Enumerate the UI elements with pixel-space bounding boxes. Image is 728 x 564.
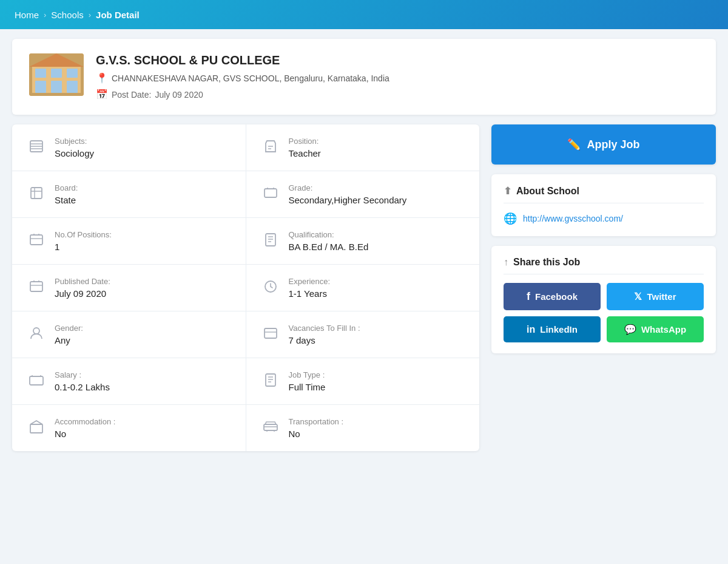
facebook-label: Facebook bbox=[535, 291, 578, 302]
svg-rect-17 bbox=[265, 328, 277, 338]
detail-cell-left: Board: State bbox=[12, 171, 246, 217]
detail-value-left: July 09 2020 bbox=[55, 288, 110, 299]
facebook-icon: f bbox=[527, 290, 530, 303]
detail-icon-left bbox=[27, 324, 46, 343]
detail-icon-right bbox=[261, 417, 280, 437]
detail-icon-right bbox=[261, 137, 280, 156]
nav-sep-1: › bbox=[44, 10, 46, 19]
detail-icon-left bbox=[27, 230, 46, 250]
detail-icon-right bbox=[261, 277, 280, 296]
detail-row: Accommodation : No Transportation : No bbox=[12, 405, 479, 451]
detail-label-left: Subjects: bbox=[55, 137, 94, 146]
detail-value-left: Any bbox=[55, 335, 83, 345]
detail-content-right: Vacancies To Fill In : 7 days bbox=[289, 324, 360, 345]
share-facebook-button[interactable]: f Facebook bbox=[504, 283, 601, 310]
detail-value-right: Full Time bbox=[289, 382, 326, 392]
detail-icon-right bbox=[261, 324, 280, 343]
detail-value-right: 1-1 Years bbox=[289, 288, 331, 299]
svg-rect-21 bbox=[264, 424, 277, 430]
apply-job-label: Apply Job bbox=[587, 138, 639, 151]
detail-cell-right: Transportation : No bbox=[246, 405, 480, 451]
nav-sep-2: › bbox=[89, 10, 91, 19]
detail-label-right: Experience: bbox=[289, 277, 331, 286]
apply-icon: ✏️ bbox=[567, 138, 581, 151]
detail-label-left: Board: bbox=[55, 183, 78, 192]
detail-label-right: Job Type : bbox=[289, 370, 326, 379]
svg-rect-6 bbox=[51, 81, 62, 93]
detail-cell-right: Qualification: BA B.Ed / MA. B.Ed bbox=[246, 218, 480, 264]
detail-value-right: 7 days bbox=[289, 335, 360, 345]
detail-row: No.Of Positions: 1 Qualification: BA B.E… bbox=[12, 218, 479, 265]
detail-cell-right: Vacancies To Fill In : 7 days bbox=[246, 311, 480, 358]
svg-rect-7 bbox=[67, 81, 78, 93]
detail-label-right: Qualification: bbox=[289, 230, 369, 239]
detail-cell-left: No.Of Positions: 1 bbox=[12, 218, 246, 264]
detail-value-left: Sociology bbox=[55, 148, 94, 158]
detail-row: Gender: Any Vacancies To Fill In : 7 day… bbox=[12, 311, 479, 358]
nav-home[interactable]: Home bbox=[15, 10, 39, 20]
school-address-text: CHANNAKESHAVA NAGAR, GVS SCHOOL, Bengalu… bbox=[112, 73, 389, 83]
post-date-value: July 09 2020 bbox=[155, 90, 203, 100]
detail-content-right: Qualification: BA B.Ed / MA. B.Ed bbox=[289, 230, 369, 252]
detail-content-left: Salary : 0.1-0.2 Lakhs bbox=[55, 370, 110, 392]
share-icon: ↑ bbox=[504, 257, 508, 268]
linkedin-label: LinkedIn bbox=[540, 324, 578, 335]
detail-icon-left bbox=[27, 370, 46, 390]
share-twitter-button[interactable]: 𝕏 Twitter bbox=[607, 283, 704, 310]
svg-rect-3 bbox=[51, 69, 62, 78]
detail-content-right: Job Type : Full Time bbox=[289, 370, 326, 392]
detail-label-left: Published Date: bbox=[55, 277, 110, 286]
detail-content-right: Experience: 1-1 Years bbox=[289, 277, 331, 299]
detail-row: Board: State Grade: Secondary,Higher Sec… bbox=[12, 171, 479, 218]
job-details-card: Subjects: Sociology Position: Teacher Bo… bbox=[12, 124, 479, 451]
detail-row: Published Date: July 09 2020 Experience:… bbox=[12, 265, 479, 311]
whatsapp-label: WhatsApp bbox=[641, 324, 686, 335]
school-header-card: G.V.S. SCHOOL & PU COLLEGE 📍 CHANNAKESHA… bbox=[12, 39, 716, 115]
svg-point-16 bbox=[33, 328, 39, 334]
detail-cell-right: Grade: Secondary,Higher Secondary bbox=[246, 171, 480, 217]
about-icon: ⬆ bbox=[504, 185, 511, 197]
svg-rect-19 bbox=[266, 374, 275, 386]
share-job-card: ↑ Share this Job f Facebook 𝕏 Twitter in… bbox=[491, 246, 716, 353]
school-website-link[interactable]: 🌐 http://www.gvsschool.com/ bbox=[504, 212, 704, 225]
detail-value-right: BA B.Ed / MA. B.Ed bbox=[289, 242, 369, 252]
svg-rect-10 bbox=[31, 188, 42, 199]
share-job-title: ↑ Share this Job bbox=[504, 257, 704, 274]
detail-row: Salary : 0.1-0.2 Lakhs Job Type : Full T… bbox=[12, 358, 479, 405]
share-whatsapp-button[interactable]: 💬 WhatsApp bbox=[607, 316, 704, 342]
detail-label-left: Salary : bbox=[55, 370, 110, 379]
detail-label-right: Grade: bbox=[289, 183, 407, 192]
detail-content-left: No.Of Positions: 1 bbox=[55, 230, 112, 252]
svg-rect-11 bbox=[265, 189, 277, 197]
twitter-label: Twitter bbox=[647, 291, 676, 302]
school-logo bbox=[29, 53, 84, 96]
apply-job-button[interactable]: ✏️ Apply Job bbox=[491, 124, 716, 165]
detail-icon-right bbox=[261, 183, 280, 203]
detail-cell-left: Subjects: Sociology bbox=[12, 124, 246, 171]
svg-rect-18 bbox=[30, 376, 43, 385]
nav-bar: Home › Schools › Job Detail bbox=[0, 0, 728, 29]
detail-content-left: Published Date: July 09 2020 bbox=[55, 277, 110, 299]
svg-rect-14 bbox=[30, 282, 42, 291]
detail-icon-left bbox=[27, 137, 46, 156]
detail-cell-right: Experience: 1-1 Years bbox=[246, 265, 480, 311]
detail-value-right: Teacher bbox=[289, 148, 321, 158]
detail-value-left: 0.1-0.2 Lakhs bbox=[55, 382, 110, 392]
detail-cell-right: Position: Teacher bbox=[246, 124, 480, 171]
detail-cell-left: Gender: Any bbox=[12, 311, 246, 358]
detail-content-right: Position: Teacher bbox=[289, 137, 321, 158]
detail-content-right: Grade: Secondary,Higher Secondary bbox=[289, 183, 407, 205]
detail-label-right: Transportation : bbox=[289, 417, 344, 426]
share-linkedin-button[interactable]: in LinkedIn bbox=[504, 316, 601, 342]
calendar-icon: 📅 bbox=[96, 89, 108, 100]
detail-cell-left: Accommodation : No bbox=[12, 405, 246, 451]
nav-schools[interactable]: Schools bbox=[51, 10, 83, 20]
detail-cell-right: Job Type : Full Time bbox=[246, 358, 480, 404]
share-buttons: f Facebook 𝕏 Twitter in LinkedIn 💬 Whats… bbox=[504, 283, 704, 342]
linkedin-icon: in bbox=[527, 324, 535, 335]
svg-rect-2 bbox=[35, 69, 46, 78]
globe-icon: 🌐 bbox=[504, 212, 517, 225]
svg-rect-20 bbox=[30, 424, 42, 433]
svg-rect-5 bbox=[35, 81, 46, 93]
svg-rect-4 bbox=[67, 69, 78, 78]
